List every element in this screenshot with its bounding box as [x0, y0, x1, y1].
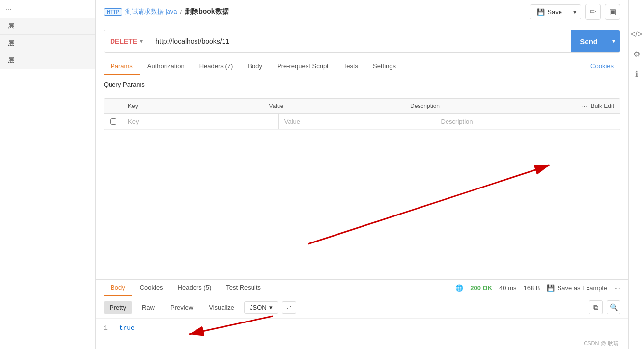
format-bar: Pretty Raw Preview Visualize JSON ▾ ⇌ ⧉ …: [96, 296, 628, 319]
copy-button[interactable]: ⧉: [589, 300, 603, 314]
method-chevron-icon: ▾: [140, 38, 143, 45]
annotation-area: [96, 130, 628, 279]
query-params-title: Query Params: [104, 81, 620, 88]
right-icon-info[interactable]: ℹ: [632, 69, 642, 79]
json-format-selector[interactable]: JSON ▾: [244, 301, 278, 314]
save-example-icon: 💾: [547, 284, 555, 292]
response-tab-body[interactable]: Body: [104, 280, 132, 296]
response-tab-test-results[interactable]: Test Results: [219, 280, 268, 296]
left-sidebar: ··· 层 层 层: [0, 0, 96, 349]
th-description: Description: [404, 99, 571, 113]
format-visualize-button[interactable]: Visualize: [203, 301, 240, 314]
save-example-label: Save as Example: [557, 284, 607, 292]
tab-settings[interactable]: Settings: [366, 58, 403, 75]
row-description[interactable]: Description: [435, 114, 620, 129]
breadcrumb-request-name: 删除book数据: [185, 7, 228, 16]
send-button[interactable]: Send: [571, 30, 607, 52]
comment-button[interactable]: ▣: [605, 4, 620, 20]
row-value[interactable]: Value: [279, 114, 435, 129]
save-dropdown-button[interactable]: ▾: [569, 5, 581, 19]
bulk-edit-label[interactable]: Bulk Edit: [591, 103, 614, 109]
format-preview-button[interactable]: Preview: [165, 301, 199, 314]
table-row: Key Value Description: [104, 114, 620, 130]
response-size: 168 B: [524, 284, 540, 292]
url-input[interactable]: [149, 30, 571, 52]
save-button[interactable]: 💾 Save: [530, 5, 569, 19]
tab-cookies[interactable]: Cookies: [584, 58, 620, 75]
globe-icon: 🌐: [455, 284, 463, 292]
method-selector[interactable]: DELETE ▾: [104, 30, 149, 52]
right-icon-code[interactable]: </>: [632, 29, 642, 39]
format-right-actions: ⧉ 🔍: [589, 300, 620, 314]
top-bar: HTTP 测试请求数据 java / 删除book数据 💾 Save ▾ ✏ ▣: [96, 0, 628, 24]
response-tabs-bar: Body Cookies Headers (5) Test Results 🌐 …: [96, 280, 628, 296]
line-number-1: 1: [104, 324, 108, 332]
request-tabs-bar: Params Authorization Headers (7) Body Pr…: [96, 58, 628, 75]
breadcrumb-collection: 测试请求数据 java: [125, 7, 177, 16]
send-dropdown-button[interactable]: ▾: [607, 30, 620, 52]
tab-params[interactable]: Params: [104, 58, 140, 75]
svg-line-2: [308, 165, 550, 244]
row-checkbox[interactable]: [104, 114, 122, 129]
response-area: Body Cookies Headers (5) Test Results 🌐 …: [96, 279, 628, 338]
top-bar-actions: 💾 Save ▾ ✏ ▣: [530, 4, 620, 20]
bulk-edit-dots[interactable]: ···: [582, 103, 587, 109]
attribution: CSDN @-耿瑞-: [96, 338, 628, 349]
tab-body[interactable]: Body: [241, 58, 269, 75]
url-bar: DELETE ▾ Send ▾: [104, 30, 620, 53]
response-status: 200 OK: [470, 284, 492, 292]
main-panel: HTTP 测试请求数据 java / 删除book数据 💾 Save ▾ ✏ ▣…: [96, 0, 628, 349]
sidebar-dots: ···: [0, 0, 95, 18]
save-button-group: 💾 Save ▾: [530, 4, 581, 19]
th-key: Key: [122, 99, 263, 113]
th-value: Value: [263, 99, 405, 113]
breadcrumb-separator: /: [180, 8, 182, 16]
response-time: 40 ms: [499, 284, 516, 292]
response-more-button[interactable]: ···: [614, 284, 620, 293]
comment-icon: ▣: [609, 7, 616, 16]
save-icon: 💾: [537, 8, 545, 16]
tab-pre-request-script[interactable]: Pre-request Script: [270, 58, 336, 75]
edit-button[interactable]: ✏: [585, 4, 601, 20]
code-container: 1 true: [96, 319, 628, 338]
format-pretty-button[interactable]: Pretty: [104, 301, 132, 314]
th-checkbox: [104, 99, 122, 113]
sidebar-item-3[interactable]: 层: [0, 52, 95, 69]
th-actions: ··· Bulk Edit: [571, 99, 620, 113]
tab-authorization[interactable]: Authorization: [140, 58, 192, 75]
search-button[interactable]: 🔍: [607, 300, 620, 314]
response-meta: 🌐 200 OK 40 ms 168 B 💾 Save as Example ·…: [455, 284, 620, 293]
send-button-group: Send ▾: [571, 30, 620, 52]
code-area: 1 true: [96, 319, 628, 338]
response-tab-cookies[interactable]: Cookies: [133, 280, 170, 296]
query-params-section: Query Params: [96, 75, 628, 98]
sidebar-item-1[interactable]: 层: [0, 18, 95, 35]
format-raw-button[interactable]: Raw: [136, 301, 161, 314]
row-key[interactable]: Key: [122, 114, 279, 129]
right-sidebar: </> ⚙ ℹ: [628, 0, 644, 349]
wrap-lines-button[interactable]: ⇌: [282, 301, 296, 314]
tab-headers[interactable]: Headers (7): [193, 58, 240, 75]
right-icon-settings[interactable]: ⚙: [632, 49, 642, 59]
json-chevron-icon: ▾: [269, 304, 273, 311]
code-value-true: true: [119, 324, 135, 332]
breadcrumb: HTTP 测试请求数据 java / 删除book数据: [104, 7, 229, 16]
method-badge: HTTP: [104, 8, 122, 16]
response-tab-headers[interactable]: Headers (5): [171, 280, 219, 296]
table-header: Key Value Description ··· Bulk Edit: [104, 99, 620, 114]
sidebar-item-2[interactable]: 层: [0, 35, 95, 52]
save-label: Save: [547, 8, 562, 16]
row-checkbox-input[interactable]: [110, 118, 116, 125]
params-table: Key Value Description ··· Bulk Edit Key …: [104, 98, 620, 130]
tab-tests[interactable]: Tests: [336, 58, 365, 75]
svg-line-4: [189, 316, 273, 334]
save-example-button[interactable]: 💾 Save as Example: [547, 284, 607, 292]
method-label: DELETE: [110, 37, 137, 45]
json-format-label: JSON: [250, 304, 267, 311]
